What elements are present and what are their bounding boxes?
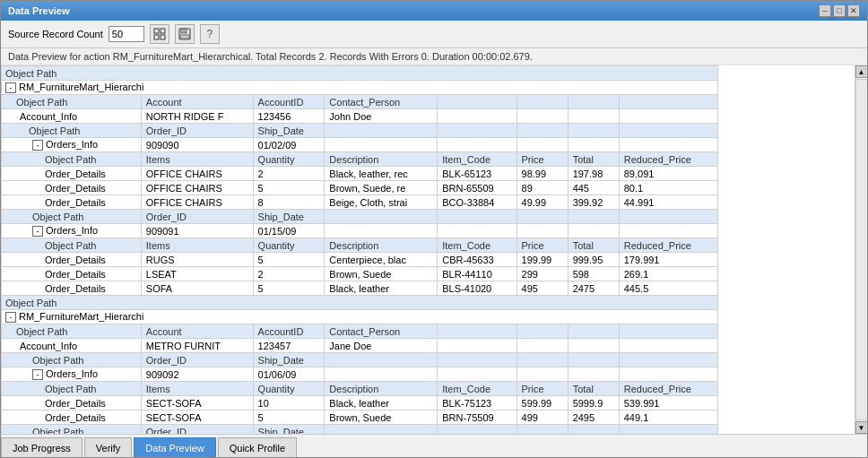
- scroll-up-button[interactable]: ▲: [855, 65, 868, 78]
- r1-o1-d1-code: BLK-65123: [438, 167, 516, 181]
- r1-o1-d1-items: OFFICE CHAIRS: [141, 167, 253, 181]
- r1-o2-d2-total: 598: [568, 267, 619, 281]
- save-icon-button[interactable]: [175, 24, 195, 44]
- data-area[interactable]: Object Path - RM_FurnitureMart_Hierarchi…: [1, 65, 855, 434]
- r1-o2-order-header: Object Path Order_ID Ship_Date: [2, 210, 718, 224]
- source-record-count-input[interactable]: [108, 26, 144, 42]
- r2-account-row: Account_Info METRO FURNIT 123457 Jane Do…: [2, 339, 718, 353]
- svg-rect-2: [154, 35, 159, 39]
- r1-o1-d3-qty: 8: [253, 195, 325, 210]
- scroll-down-button[interactable]: ▼: [855, 421, 868, 434]
- r1-o2-d3-price: 495: [516, 281, 568, 296]
- r1-o2-det-header: Object Path Items Quantity Description I…: [2, 238, 718, 253]
- r1-o2-det-col-reduced: Reduced_Price: [619, 238, 717, 253]
- r2-o1-d1-code: BLK-75123: [438, 396, 516, 410]
- svg-rect-5: [181, 29, 187, 33]
- r1-contact-person: John Doe: [325, 109, 438, 124]
- r1-o1-d2-items: OFFICE CHAIRS: [141, 181, 253, 195]
- r1-col-objpath: Object Path: [2, 95, 142, 109]
- svg-rect-3: [161, 35, 165, 39]
- tab-job-progress[interactable]: Job Progress: [1, 437, 82, 457]
- r1-o2-d3-desc: Black, leather: [325, 281, 438, 296]
- tab-verify[interactable]: Verify: [84, 437, 133, 457]
- r1-o2-d3-reduced: 445.5: [619, 281, 717, 296]
- r2-o1-d1-reduced: 539.991: [619, 396, 717, 410]
- r1-o1-det-col-qty: Quantity: [253, 152, 325, 167]
- main-content: Object Path - RM_FurnitureMart_Hierarchi…: [1, 65, 867, 434]
- help-icon-button[interactable]: ?: [200, 24, 220, 44]
- r1-o2-d2-items: LSEAT: [141, 267, 253, 281]
- r1-o2-d2-objpath: Order_Details: [2, 267, 142, 281]
- toolbar: Source Record Count ?: [1, 21, 867, 48]
- r1-o1-col-orderid: Order_ID: [141, 124, 253, 138]
- r1-o2-d1-objpath: Order_Details: [2, 253, 142, 267]
- r2-o1-d2-items: SECT-SOFA: [141, 410, 253, 425]
- r2-o1-d2-reduced: 449.1: [619, 410, 717, 425]
- r2-root-row: - RM_FurnitureMart_Hierarchi: [2, 310, 718, 324]
- r1-o1-d2-code: BRN-65509: [438, 181, 516, 195]
- r2-account-header: Object Path Account AccountID Contact_Pe…: [2, 324, 718, 339]
- r2-object-path-label: Object Path: [5, 298, 56, 308]
- r2-o1-order-id: 909092: [141, 367, 253, 382]
- r2-account-name: METRO FURNIT: [141, 339, 253, 353]
- r1-o2-det-row1: Order_Details RUGS 5 Centerpiece, blac C…: [2, 253, 718, 267]
- r1-o1-order-header: Object Path Order_ID Ship_Date: [2, 124, 718, 138]
- r1-o1-d3-price: 49.99: [516, 195, 568, 210]
- r1-o1-det-row2: Order_Details OFFICE CHAIRS 5 Brown, Sue…: [2, 181, 718, 195]
- r1-o2-det-col-total: Total: [568, 238, 619, 253]
- grid-icon-button[interactable]: [150, 24, 169, 44]
- info-bar: Data Preview for action RM_FurnitureMart…: [1, 48, 867, 65]
- r2-o1-d2-price: 499: [516, 410, 568, 425]
- r2-o1-det-header: Object Path Items Quantity Description I…: [2, 382, 718, 396]
- r2-account-id: 123457: [253, 339, 325, 353]
- r2-o1-d1-total: 5999.9: [568, 396, 619, 410]
- object-path-label: Object Path: [5, 68, 56, 79]
- r1-o1-order-id: 909090: [141, 138, 253, 152]
- scroll-track[interactable]: [855, 79, 868, 420]
- r2-o1-det-row2: Order_Details SECT-SOFA 5 Brown, Suede B…: [2, 410, 718, 425]
- root-expand-btn[interactable]: -: [5, 82, 16, 93]
- root-header-row: Object Path: [2, 66, 718, 81]
- maximize-button[interactable]: □: [833, 4, 846, 17]
- r1-o1-order-row: - Orders_Info 909090 01/02/09: [2, 138, 718, 152]
- r1-o2-d3-total: 2475: [568, 281, 619, 296]
- r1-account-header: Object Path Account AccountID Contact_Pe…: [2, 95, 718, 109]
- r1-o1-d1-qty: 2: [253, 167, 325, 181]
- r2-o1-d2-qty: 5: [253, 410, 325, 425]
- r1-o1-det-col-items: Items: [141, 152, 253, 167]
- r2-root-label: RM_FurnitureMart_Hierarchi: [19, 311, 143, 322]
- scrollbar-right[interactable]: ▲ ▼: [855, 65, 867, 434]
- r1-o2-d1-desc: Centerpiece, blac: [325, 253, 438, 267]
- r1-o2-d2-desc: Brown, Suede: [325, 267, 438, 281]
- close-button[interactable]: ✕: [847, 4, 860, 17]
- save-icon: [178, 28, 191, 40]
- root-label: RM_FurnitureMart_Hierarchi: [19, 82, 143, 92]
- r1-o2-d2-reduced: 269.1: [619, 267, 717, 281]
- r1-o1-det-col-objpath: Object Path: [2, 152, 142, 167]
- tab-quick-profile[interactable]: Quick Profile: [218, 437, 297, 457]
- svg-rect-1: [161, 29, 165, 33]
- source-record-count-label: Source Record Count: [8, 29, 103, 39]
- r1-o1-det-row1: Order_Details OFFICE CHAIRS 2 Black, lea…: [2, 167, 718, 181]
- r1-o1-d2-objpath: Order_Details: [2, 181, 142, 195]
- r1-o2-col-orderid: Order_ID: [141, 210, 253, 224]
- svg-rect-6: [180, 35, 189, 39]
- tab-data-preview[interactable]: Data Preview: [134, 437, 215, 457]
- r1-o1-det-header: Object Path Items Quantity Description I…: [2, 152, 718, 167]
- r1-o1-d1-reduced: 89.091: [619, 167, 717, 181]
- r1-o2-d1-reduced: 179.991: [619, 253, 717, 267]
- r1-o2-d2-code: BLR-44110: [438, 267, 516, 281]
- minimize-button[interactable]: –: [819, 4, 831, 17]
- r1-o2-col-shipdate: Ship_Date: [253, 210, 325, 224]
- r2-account-info-label: Account_Info: [2, 339, 142, 353]
- r1-o2-d3-objpath: Order_Details: [2, 281, 142, 296]
- r2-o1-d2-objpath: Order_Details: [2, 410, 142, 425]
- r1-o1-d2-price: 89: [516, 181, 568, 195]
- r1-o1-d3-desc: Beige, Cloth, strai: [325, 195, 438, 210]
- title-bar: Data Preview – □ ✕: [1, 1, 867, 21]
- r1-o2-det-col-price: Price: [516, 238, 568, 253]
- r1-o2-expand[interactable]: -: [32, 226, 43, 237]
- r2-o1-expand[interactable]: -: [32, 369, 43, 380]
- r1-o1-expand[interactable]: -: [32, 140, 43, 151]
- r2-root-expand[interactable]: -: [5, 312, 16, 323]
